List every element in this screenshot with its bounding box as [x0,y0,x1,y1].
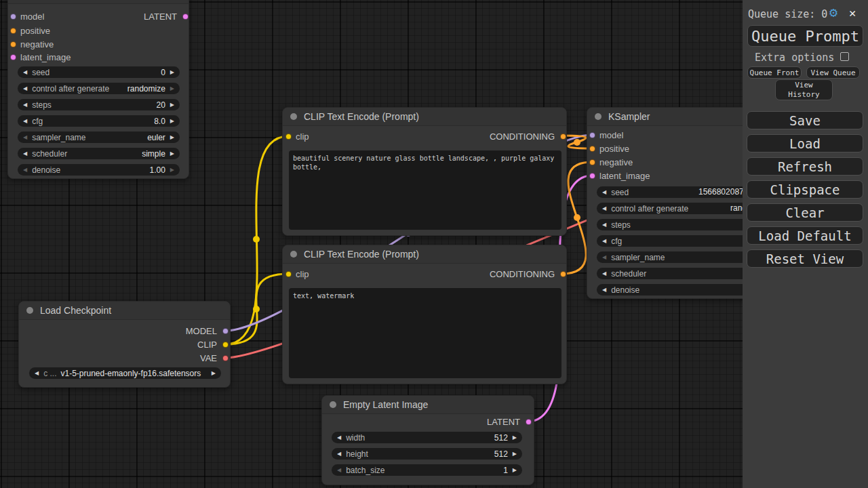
input-port-positive[interactable] [10,28,16,34]
clipspace-button[interactable]: Clipspace [747,180,863,199]
decrement-arrow-icon[interactable]: ◀ [23,164,27,176]
output-port-latent[interactable] [526,419,532,425]
decrement-arrow-icon[interactable]: ◀ [23,131,27,143]
save-button[interactable]: Save [747,111,863,129]
increment-arrow-icon[interactable]: ▶ [170,131,174,143]
node-title-bar[interactable]: CLIP Text Encode (Prompt) [283,245,566,264]
input-label-clip: clip [296,131,309,142]
load-default-button[interactable]: Load Default [747,226,863,245]
load-button[interactable]: Load [747,134,863,152]
reset-view-button[interactable]: Reset View [747,249,863,268]
output-port-vae[interactable] [222,355,229,361]
widget-control-after-generate[interactable]: ◀ control after generate randomize ▶ [18,83,180,94]
increment-arrow-icon[interactable]: ▶ [170,99,174,110]
increment-arrow-icon[interactable]: ▶ [170,148,174,159]
widget-label: width [346,433,365,443]
node-title-bar[interactable]: Empty Latent Image [322,396,534,414]
input-port-model[interactable] [10,14,16,20]
decrement-arrow-icon[interactable]: ◀ [602,186,606,198]
input-port-latent-image[interactable] [10,54,16,60]
widget-sampler-name[interactable]: ◀ sampler_name euler ▶ [18,131,180,143]
widget-width[interactable]: ◀ width 512 ▶ [332,432,522,443]
decrement-arrow-icon[interactable]: ◀ [23,66,27,78]
input-port-negative[interactable] [589,159,595,165]
widget-label: denoise [32,165,60,175]
node-clip-text-encode-positive[interactable]: CLIP Text Encode (Prompt) clip CONDITION… [282,107,567,236]
decrement-arrow-icon[interactable]: ◀ [602,219,606,230]
widget-value: 15668020871 [698,187,748,197]
settings-gear-icon[interactable]: ⚙ [829,4,837,20]
node-status-dot [330,401,336,408]
increment-arrow-icon[interactable]: ▶ [170,115,174,127]
output-port-conditioning[interactable] [560,271,566,277]
widget-value: 512 [494,433,508,443]
decrement-arrow-icon[interactable]: ◀ [337,432,341,443]
decrement-arrow-icon[interactable]: ◀ [337,464,341,476]
node-title-bar[interactable]: KSampler [8,0,189,4]
prompt-textarea[interactable]: text, watermark [289,288,561,378]
output-port-clip[interactable] [222,342,229,348]
increment-arrow-icon[interactable]: ▶ [513,432,517,443]
input-port-latent-image[interactable] [589,173,595,179]
widget-value: v1-5-pruned-emaonly-fp16.safetensors [61,369,201,378]
decrement-arrow-icon[interactable]: ◀ [23,99,27,110]
node-title-bar[interactable]: CLIP Text Encode (Prompt) [283,108,566,126]
widget-label: scheduler [32,149,67,159]
node-title: CLIP Text Encode (Prompt) [304,111,419,122]
increment-arrow-icon[interactable]: ▶ [170,66,174,78]
extra-options-checkbox[interactable] [840,52,849,61]
widget-value: 20 [156,100,165,110]
node-load-checkpoint[interactable]: Load Checkpoint MODEL CLIP VAE ◀ c ... v… [18,301,231,388]
decrement-arrow-icon[interactable]: ◀ [602,235,606,247]
input-port-negative[interactable] [10,41,16,47]
decrement-arrow-icon[interactable]: ◀ [337,448,341,460]
widget-seed[interactable]: ◀ seed 0 ▶ [18,66,180,78]
output-port-latent[interactable] [182,14,189,20]
view-history-button[interactable]: View History [775,79,833,100]
link-midpoint-dot [574,139,580,146]
output-port-conditioning[interactable] [560,134,566,140]
output-port-model[interactable] [222,328,229,334]
decrement-arrow-icon[interactable]: ◀ [602,203,606,214]
widget-label: cfg [611,237,622,246]
widget-denoise[interactable]: ◀ denoise 1.00 ▶ [18,164,180,176]
increment-arrow-icon[interactable]: ▶ [170,164,174,176]
close-icon[interactable]: ✕ [849,6,856,20]
view-queue-button[interactable]: View Queue [806,66,860,79]
queue-prompt-button[interactable]: Queue Prompt [747,25,863,47]
clear-button[interactable]: Clear [747,203,863,222]
decrement-arrow-icon[interactable]: ◀ [602,251,606,263]
decrement-arrow-icon[interactable]: ◀ [23,148,27,159]
widget-ckpt-name[interactable]: ◀ c ... v1-5-pruned-emaonly-fp16.safeten… [29,367,221,379]
increment-arrow-icon[interactable]: ▶ [513,448,517,460]
prompt-textarea[interactable]: beautiful scenery nature glass bottle la… [289,150,561,230]
widget-steps[interactable]: ◀ steps 20 ▶ [18,99,180,110]
decrement-arrow-icon[interactable]: ◀ [35,367,39,379]
input-port-clip[interactable] [285,134,292,140]
decrement-arrow-icon[interactable]: ◀ [23,83,27,94]
node-ksampler-left[interactable]: KSampler model positive negative latent_… [7,0,189,179]
node-clip-text-encode-negative[interactable]: CLIP Text Encode (Prompt) clip CONDITION… [282,245,567,384]
decrement-arrow-icon[interactable]: ◀ [23,115,27,127]
widget-label: height [346,449,368,459]
output-label-latent: LATENT [144,12,177,22]
refresh-button[interactable]: Refresh [747,157,863,176]
widget-cfg[interactable]: ◀ cfg 8.0 ▶ [18,115,180,127]
widget-height[interactable]: ◀ height 512 ▶ [332,448,522,460]
decrement-arrow-icon[interactable]: ◀ [602,284,606,296]
input-port-clip[interactable] [285,271,292,277]
node-title-bar[interactable]: Load Checkpoint [19,302,230,320]
widget-scheduler[interactable]: ◀ scheduler simple ▶ [18,148,180,159]
input-label-latent-image: latent_image [599,171,650,182]
widget-batch-size[interactable]: ◀ batch_size 1 ▶ [332,464,522,476]
node-canvas[interactable]: KSampler model positive negative latent_… [0,0,868,488]
input-port-positive[interactable] [589,146,595,152]
node-empty-latent-image[interactable]: Empty Latent Image LATENT ◀ width 512 ▶ … [321,395,534,485]
widget-label: seed [32,68,50,77]
increment-arrow-icon[interactable]: ▶ [212,367,216,379]
input-port-model[interactable] [589,132,595,138]
increment-arrow-icon[interactable]: ▶ [170,83,174,94]
decrement-arrow-icon[interactable]: ◀ [602,268,606,279]
queue-front-button[interactable]: Queue Front [747,66,802,79]
increment-arrow-icon[interactable]: ▶ [513,464,517,476]
